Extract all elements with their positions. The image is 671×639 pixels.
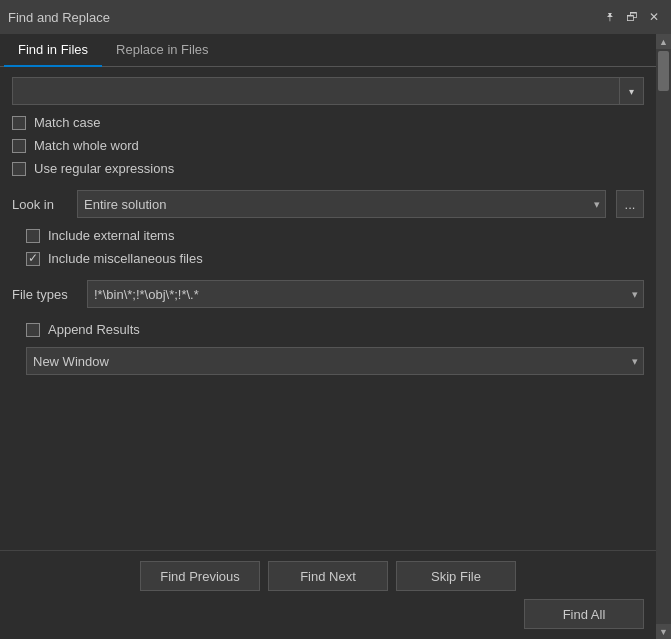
append-results-row: Append Results xyxy=(26,322,644,337)
include-misc-row: Include miscellaneous files xyxy=(26,251,644,266)
look-in-select[interactable]: Entire solution Current project Current … xyxy=(77,190,606,218)
tab-find-in-files[interactable]: Find in Files xyxy=(4,34,102,67)
search-input-row: ▾ xyxy=(12,77,644,105)
match-case-label: Match case xyxy=(34,115,100,130)
include-external-checkbox[interactable] xyxy=(26,229,40,243)
window-controls: 🖈 🗗 ✕ xyxy=(601,8,663,26)
restore-button[interactable]: 🗗 xyxy=(623,8,641,26)
include-misc-checkbox[interactable] xyxy=(26,252,40,266)
file-types-row: File types !*\bin\*;!*\obj\*;!*\.* xyxy=(12,280,644,308)
file-types-label: File types xyxy=(12,287,77,302)
primary-buttons-row: Find Previous Find Next Skip File xyxy=(12,561,644,591)
look-in-row: Look in Entire solution Current project … xyxy=(12,190,644,218)
pin-button[interactable]: 🖈 xyxy=(601,8,619,26)
scroll-down-button[interactable]: ▼ xyxy=(656,624,671,639)
find-all-button[interactable]: Find All xyxy=(524,599,644,629)
file-types-select[interactable]: !*\bin\*;!*\obj\*;!*\.* xyxy=(87,280,644,308)
form-area: ▾ Match case Match whole word Use regula… xyxy=(0,67,656,550)
include-misc-label: Include miscellaneous files xyxy=(48,251,203,266)
match-whole-word-checkbox[interactable] xyxy=(12,139,26,153)
output-window-row: New Window Find Results 1 Find Results 2 xyxy=(26,347,644,375)
match-whole-word-label: Match whole word xyxy=(34,138,139,153)
output-window-wrapper: New Window Find Results 1 Find Results 2 xyxy=(26,347,644,375)
look-in-browse-button[interactable]: ... xyxy=(616,190,644,218)
tab-replace-in-files[interactable]: Replace in Files xyxy=(102,34,223,67)
tab-bar: Find in Files Replace in Files xyxy=(0,34,656,67)
append-results-checkbox[interactable] xyxy=(26,323,40,337)
use-regex-checkbox[interactable] xyxy=(12,162,26,176)
content-area: Find in Files Replace in Files ▾ Match c… xyxy=(0,34,656,639)
match-case-checkbox[interactable] xyxy=(12,116,26,130)
scroll-up-button[interactable]: ▲ xyxy=(656,34,671,49)
search-input[interactable] xyxy=(12,77,620,105)
search-dropdown-arrow[interactable]: ▾ xyxy=(620,77,644,105)
include-external-label: Include external items xyxy=(48,228,174,243)
scroll-thumb[interactable] xyxy=(658,51,669,91)
include-external-row: Include external items xyxy=(26,228,644,243)
include-options-section: Include external items Include miscellan… xyxy=(12,228,644,266)
append-results-section: Append Results xyxy=(26,322,644,337)
output-window-select[interactable]: New Window Find Results 1 Find Results 2 xyxy=(26,347,644,375)
find-next-button[interactable]: Find Next xyxy=(268,561,388,591)
title-bar: Find and Replace 🖈 🗗 ✕ xyxy=(0,0,671,34)
dialog-title: Find and Replace xyxy=(8,10,601,25)
use-regex-label: Use regular expressions xyxy=(34,161,174,176)
find-previous-button[interactable]: Find Previous xyxy=(140,561,260,591)
scroll-track xyxy=(656,49,671,624)
find-all-row: Find All xyxy=(12,599,644,629)
use-regex-row: Use regular expressions xyxy=(12,161,644,176)
look-in-select-wrapper: Entire solution Current project Current … xyxy=(77,190,606,218)
match-whole-word-row: Match whole word xyxy=(12,138,644,153)
file-types-wrapper: !*\bin\*;!*\obj\*;!*\.* xyxy=(87,280,644,308)
scrollbar: ▲ ▼ xyxy=(656,34,671,639)
look-in-label: Look in xyxy=(12,197,67,212)
append-results-label: Append Results xyxy=(48,322,140,337)
skip-file-button[interactable]: Skip File xyxy=(396,561,516,591)
buttons-area: Find Previous Find Next Skip File Find A… xyxy=(0,550,656,639)
match-case-row: Match case xyxy=(12,115,644,130)
close-button[interactable]: ✕ xyxy=(645,8,663,26)
main-container: Find in Files Replace in Files ▾ Match c… xyxy=(0,34,671,639)
